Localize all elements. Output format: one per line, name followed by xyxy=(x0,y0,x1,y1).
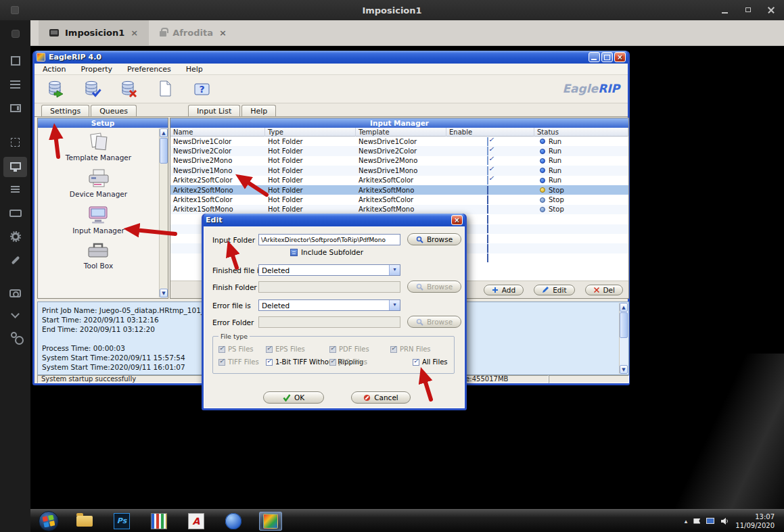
browse-input-folder-button[interactable]: Browse xyxy=(407,233,461,245)
scroll-thumb[interactable] xyxy=(620,312,628,338)
database-delete-icon[interactable] xyxy=(120,79,138,98)
menu-property[interactable]: Property xyxy=(80,65,112,74)
checkbox-icon xyxy=(266,346,273,353)
edit-dialog-titlebar[interactable]: Edit × xyxy=(204,214,465,226)
table-row[interactable]: NewsDrive2ColorHot FolderNewsDrive2Color… xyxy=(170,146,628,155)
pin-icon[interactable] xyxy=(0,26,30,41)
enable-checkbox[interactable] xyxy=(487,195,488,204)
gear-icon[interactable] xyxy=(0,229,30,244)
menu-action[interactable]: Action xyxy=(43,65,66,74)
cancel-button[interactable]: Cancel xyxy=(351,391,411,404)
rip-close-icon[interactable]: × xyxy=(614,52,626,62)
enable-checkbox[interactable] xyxy=(487,156,488,165)
network-icon[interactable] xyxy=(706,518,714,524)
menu-help[interactable]: Help xyxy=(186,65,203,74)
taskbar-photoshop-button[interactable]: Ps xyxy=(110,512,133,531)
log-scrollbar[interactable]: ▲ ▼ xyxy=(619,303,628,374)
dialog-close-icon[interactable]: × xyxy=(451,215,463,225)
tab-afrodita[interactable]: Afrodita × xyxy=(149,20,237,45)
setup-item-tool-box[interactable]: Tool Box xyxy=(84,240,113,270)
enable-checkbox[interactable] xyxy=(487,215,488,224)
document-icon[interactable] xyxy=(156,79,175,98)
enable-checkbox[interactable] xyxy=(487,166,488,175)
finished-file-label: Finished file is xyxy=(212,266,262,274)
start-button[interactable] xyxy=(39,511,59,531)
error-file-select[interactable]: Deleted ▾ xyxy=(258,299,400,311)
table-row[interactable]: Arkitex1SoftColorHot FolderArkitexSoftCo… xyxy=(170,195,628,204)
tab-close-icon[interactable]: × xyxy=(131,28,138,38)
enable-checkbox[interactable] xyxy=(487,205,488,214)
tab-help[interactable]: Help xyxy=(241,105,276,116)
scroll-down-icon[interactable]: ▼ xyxy=(620,365,628,374)
enable-checkbox[interactable] xyxy=(487,186,488,195)
tab-queues[interactable]: Queues xyxy=(91,105,137,116)
table-row[interactable]: Arkitex1SoftMonoHot FolderArkitexSoftMon… xyxy=(170,205,628,214)
tab-close-icon[interactable]: × xyxy=(219,28,227,38)
table-row-selected[interactable]: Arkitex2SoftMonoHot FolderArkitexSoftMon… xyxy=(170,185,628,195)
edit-button[interactable]: Edit xyxy=(534,285,574,295)
setup-item-device-manager[interactable]: Device Manager xyxy=(70,167,127,198)
table-row[interactable]: NewsDrive2MonoHot FolderNewsDrive2MonoRu… xyxy=(170,156,628,166)
scroll-up-icon[interactable]: ▲ xyxy=(160,128,168,137)
enable-checkbox[interactable] xyxy=(487,147,488,155)
menu-preferences[interactable]: Preferences xyxy=(127,65,171,74)
tray-chevron-icon[interactable]: ▴ xyxy=(685,518,688,525)
selection-icon[interactable] xyxy=(0,135,30,149)
enable-checkbox[interactable] xyxy=(487,224,488,233)
enable-checkbox[interactable] xyxy=(487,235,488,243)
enable-checkbox[interactable] xyxy=(487,253,488,262)
rip-maximize-icon[interactable] xyxy=(601,52,613,62)
add-button[interactable]: Add xyxy=(484,285,524,295)
table-row[interactable]: Arkitex2SoftColorHot FolderArkitexSoftCo… xyxy=(170,176,628,185)
clock[interactable]: 13:07 11/09/2020 xyxy=(735,512,775,530)
restore-icon[interactable] xyxy=(743,5,753,15)
eaglerip-titlebar[interactable]: EagleRIP 4.0 × xyxy=(34,51,628,64)
setup-item-template-manager[interactable]: Template Manager xyxy=(66,132,131,162)
minimize-icon[interactable] xyxy=(720,5,730,15)
side-panel-icon[interactable] xyxy=(0,101,30,116)
enable-checkbox[interactable] xyxy=(487,176,488,185)
speaker-icon[interactable] xyxy=(720,517,729,525)
setup-scrollbar[interactable]: ▲ ▼ xyxy=(159,128,168,297)
taskbar-explorer-button[interactable] xyxy=(73,512,96,531)
chevron-down-icon[interactable]: ▾ xyxy=(389,300,400,310)
eaglerip-app-icon xyxy=(37,53,45,62)
taskbar-stripes-app-button[interactable] xyxy=(147,512,170,531)
input-folder-field[interactable] xyxy=(258,234,400,245)
tab-settings[interactable]: Settings xyxy=(41,105,89,116)
database-start-icon[interactable] xyxy=(47,79,65,98)
menu-icon[interactable] xyxy=(0,77,30,92)
tab-imposicion1[interactable]: Imposicion1 × xyxy=(39,20,149,45)
chevron-down-icon[interactable] xyxy=(0,308,30,322)
list-icon[interactable] xyxy=(0,182,30,197)
display-icon[interactable] xyxy=(0,158,30,173)
scroll-up-icon[interactable]: ▲ xyxy=(620,303,628,312)
fullscreen-icon[interactable] xyxy=(0,53,30,68)
include-subfolder-checkbox[interactable]: Include Subfolder xyxy=(290,248,363,256)
action-center-icon[interactable] xyxy=(693,518,700,524)
close-icon[interactable] xyxy=(766,5,776,15)
taskbar-eaglerip-button[interactable] xyxy=(259,512,282,531)
scroll-thumb[interactable] xyxy=(160,138,168,164)
checkbox-all-files[interactable]: All Files xyxy=(413,358,448,366)
link-icon[interactable] xyxy=(0,329,30,343)
enable-checkbox[interactable] xyxy=(487,244,488,253)
scroll-down-icon[interactable]: ▼ xyxy=(160,289,168,297)
ok-button[interactable]: OK xyxy=(263,391,324,404)
database-enable-icon[interactable] xyxy=(83,79,101,98)
help-book-icon[interactable]: ? xyxy=(193,79,211,98)
tools-icon[interactable] xyxy=(0,253,30,268)
table-row[interactable]: NewsDrive1ColorHot FolderNewsDrive1Color… xyxy=(170,137,628,146)
screenshot-icon[interactable] xyxy=(0,286,30,301)
chevron-down-icon[interactable]: ▾ xyxy=(389,265,400,275)
setup-item-input-manager[interactable]: Input Manager xyxy=(72,203,124,235)
delete-button[interactable]: Del xyxy=(585,285,623,295)
tab-input-list[interactable]: Input List xyxy=(188,105,240,116)
rip-minimize-icon[interactable] xyxy=(589,52,600,62)
table-row[interactable]: NewsDrive1MonoHot FolderNewsDrive1MonoRu… xyxy=(170,166,628,175)
finished-file-select[interactable]: Deleted ▾ xyxy=(258,264,400,276)
keyboard-icon[interactable] xyxy=(0,205,30,220)
enable-checkbox[interactable] xyxy=(487,137,488,146)
taskbar-acrobat-button[interactable]: A xyxy=(185,512,208,531)
taskbar-browser-button[interactable] xyxy=(222,512,245,531)
